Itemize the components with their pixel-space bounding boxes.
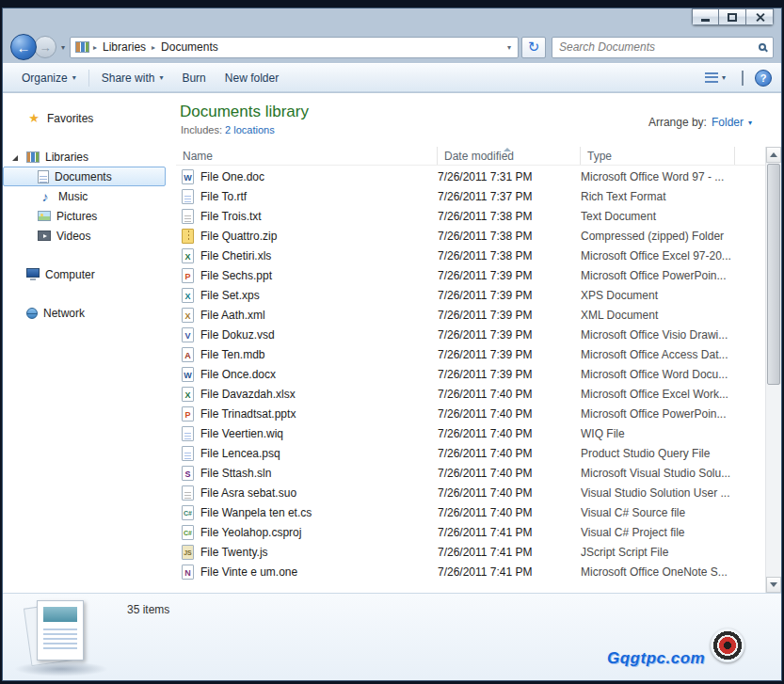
suo-file-icon (182, 485, 194, 501)
file-row[interactable]: C#File Wanpela ten et.cs7/26/2011 7:40 P… (170, 502, 765, 522)
file-date-modified: 7/26/2011 7:39 PM (438, 269, 581, 282)
locations-link[interactable]: 2 locations (225, 124, 275, 135)
scrollbar-thumb[interactable] (767, 164, 780, 385)
sidebar-item-libraries[interactable]: Libraries (3, 147, 166, 167)
file-type: Rich Text Format (581, 190, 765, 203)
organize-button[interactable]: Organize ▾ (12, 67, 86, 89)
forward-button[interactable]: → (34, 36, 56, 58)
file-row[interactable]: File Trois.txt7/26/2011 7:38 PMText Docu… (170, 206, 765, 226)
file-row[interactable]: PFile Trinadtsat.pptx7/26/2011 7:40 PMMi… (170, 404, 765, 423)
toolbar-right-group: ▾ ? (700, 68, 772, 88)
file-pane: Documents library Includes: 2 locations … (170, 93, 765, 593)
file-icon-letter: JS (183, 549, 193, 556)
file-icon-letter: W (183, 173, 193, 183)
file-icon-letter: C# (183, 530, 193, 536)
watermark-text: Gqgtpc.com (607, 649, 705, 668)
address-history-dropdown-icon[interactable]: ▾ (501, 43, 518, 52)
status-items-count: 35 items (127, 603, 169, 616)
sidebar-item-computer[interactable]: Computer (3, 264, 166, 284)
file-row[interactable]: JSFile Twenty.js7/26/2011 7:41 PMJScript… (170, 542, 765, 562)
file-icon-letter: A (183, 351, 193, 360)
scrollbar-up-button[interactable] (766, 147, 781, 163)
file-icon-letter: W (183, 371, 193, 380)
file-date-modified: 7/26/2011 7:40 PM (438, 506, 581, 519)
file-row[interactable]: C#File Yeolahop.csproj7/26/2011 7:41 PMV… (170, 522, 765, 542)
file-name: File Veertien.wiq (200, 427, 438, 440)
file-row[interactable]: VFile Dokuz.vsd7/26/2011 7:39 PMMicrosof… (170, 325, 765, 344)
vertical-scrollbar[interactable] (765, 147, 781, 593)
rtf-file-icon (182, 189, 194, 204)
change-view-button[interactable]: ▾ (700, 69, 730, 87)
column-header-type[interactable]: Type (581, 147, 735, 165)
maximize-button[interactable] (719, 8, 746, 25)
breadcrumb-libraries[interactable]: Libraries (98, 39, 151, 56)
recent-pages-dropdown[interactable]: ▾ (56, 43, 70, 52)
watermark: Gqgtpc.com (607, 628, 776, 677)
file-row[interactable]: File Asra sebat.suo7/26/2011 7:40 PMVisu… (170, 483, 765, 502)
burn-button[interactable]: Burn (172, 67, 215, 89)
sidebar-item-music[interactable]: Music (3, 186, 166, 206)
address-bar[interactable]: ▸ Libraries ▸ Documents ▾ (70, 37, 519, 58)
file-row[interactable]: XFile Chetiri.xls7/26/2011 7:38 PMMicros… (170, 246, 765, 265)
library-location-icon (75, 41, 89, 53)
file-row[interactable]: PFile Sechs.ppt7/26/2011 7:39 PMMicrosof… (170, 265, 765, 285)
file-row[interactable]: AFile Ten.mdb7/26/2011 7:39 PMMicrosoft … (170, 344, 765, 364)
file-row[interactable]: File Lencea.psq7/26/2011 7:40 PMProduct … (170, 443, 765, 463)
help-button[interactable]: ? (755, 70, 772, 87)
refresh-button[interactable]: ↻ (521, 37, 546, 58)
file-row[interactable]: File To.rtf7/26/2011 7:37 PMRich Text Fo… (170, 186, 765, 206)
search-box[interactable]: Search Documents (552, 37, 774, 58)
arrange-by-value[interactable]: Folder (712, 116, 744, 129)
file-type: Microsoft Office Visio Drawi... (581, 328, 765, 342)
column-header-name[interactable]: Name (176, 147, 438, 165)
titlebar (3, 8, 781, 33)
file-name: File Asra sebat.suo (200, 486, 438, 500)
minimize-icon (701, 19, 710, 22)
navigation-bar: ← → ▾ ▸ Libraries ▸ Documents ▾ ↻ Search… (3, 31, 781, 63)
file-row[interactable]: File Quattro.zip7/26/2011 7:38 PMCompres… (170, 226, 765, 246)
file-name: File Vinte e um.one (200, 565, 438, 579)
column-header-date-modified[interactable]: Date modified (438, 147, 581, 165)
music-icon (38, 189, 53, 204)
visio-file-icon: V (182, 327, 194, 342)
excel-file-icon: X (182, 387, 194, 402)
minimize-button[interactable] (692, 8, 719, 25)
file-date-modified: 7/26/2011 7:38 PM (438, 249, 581, 262)
file-name: File Twenty.js (200, 546, 438, 559)
file-row[interactable]: File Veertien.wiq7/26/2011 7:40 PMWIQ Fi… (170, 423, 765, 443)
back-button[interactable]: ← (10, 34, 37, 60)
file-row[interactable]: XFile Set.xps7/26/2011 7:39 PMXPS Docume… (170, 285, 765, 305)
sidebar-item-pictures[interactable]: Pictures (3, 206, 166, 226)
sidebar-item-network[interactable]: Network (3, 303, 166, 323)
breadcrumb-documents[interactable]: Documents (156, 39, 223, 56)
search-icon[interactable] (759, 43, 766, 51)
computer-icon (26, 268, 40, 278)
share-with-button[interactable]: Share with ▾ (92, 67, 173, 89)
sidebar-item-label: Music (58, 190, 88, 203)
file-row[interactable]: XFile Aath.xml7/26/2011 7:39 PMXML Docum… (170, 305, 765, 325)
expand-arrow-icon[interactable] (12, 155, 18, 161)
file-row[interactable]: NFile Vinte e um.one7/26/2011 7:41 PMMic… (170, 562, 765, 581)
sidebar-item-favorites[interactable]: Favorites (3, 108, 166, 128)
preview-pane-button[interactable] (738, 68, 747, 88)
file-row[interactable]: SFile Sttash.sln7/26/2011 7:40 PMMicroso… (170, 463, 765, 483)
file-name: File Once.docx (200, 368, 438, 381)
file-row[interactable]: WFile Once.docx7/26/2011 7:39 PMMicrosof… (170, 364, 765, 384)
file-row[interactable]: XFile Davazdah.xlsx7/26/2011 7:40 PMMicr… (170, 384, 765, 404)
onenote-file-icon: N (182, 565, 194, 580)
sidebar-item-documents[interactable]: Documents (3, 167, 166, 186)
file-icon-letter: X (183, 292, 193, 301)
arrange-by-control[interactable]: Arrange by: Folder ▾ (648, 116, 752, 129)
new-folder-button[interactable]: New folder (216, 67, 288, 89)
scrollbar-down-button[interactable] (766, 577, 781, 593)
file-type: XPS Document (581, 289, 765, 302)
file-icon-letter: X (183, 252, 193, 262)
file-name: File Sttash.sln (200, 467, 438, 480)
sidebar-item-videos[interactable]: Videos (3, 226, 166, 246)
file-row[interactable]: WFile One.doc7/26/2011 7:31 PMMicrosoft … (170, 167, 765, 186)
file-date-modified: 7/26/2011 7:40 PM (438, 407, 581, 421)
documents-icon (38, 170, 49, 183)
close-button[interactable] (746, 8, 774, 25)
caption-button-group (692, 8, 774, 25)
includes-label: Includes: (181, 124, 222, 135)
